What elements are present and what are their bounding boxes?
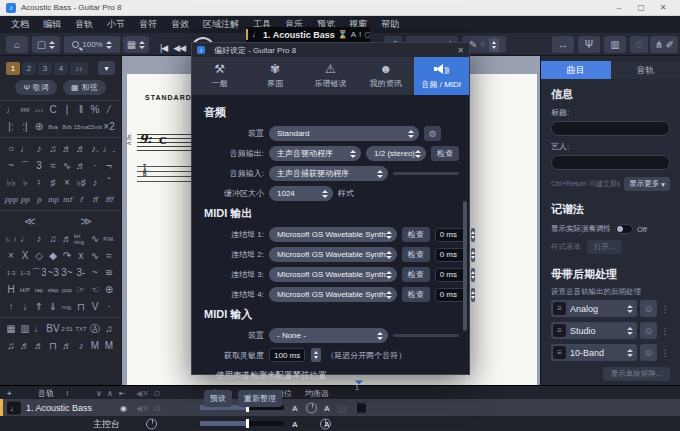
power-button[interactable]: ⊙	[640, 300, 657, 317]
palette-glyph[interactable]: mf	[60, 191, 74, 208]
menu-item[interactable]: 音符	[132, 18, 164, 31]
show-more-button[interactable]: 显示更多▾	[624, 177, 670, 191]
palette-glyph[interactable]: ♪	[88, 174, 102, 191]
dialog-tab-一般[interactable]: ⚒一般	[192, 57, 247, 95]
maximize-button[interactable]: ▢	[630, 3, 652, 12]
dialog-tab-音频 / MIDI[interactable]: )))音频 / MIDI	[414, 57, 469, 95]
more-button[interactable]: ⋮	[660, 344, 670, 361]
palette-glyph[interactable]: pop	[60, 281, 74, 298]
palette-glyph[interactable]: ♩	[18, 230, 32, 247]
palette-glyph[interactable]: M	[88, 337, 102, 354]
palette-glyph[interactable]: C	[46, 101, 60, 118]
master-knob[interactable]	[146, 419, 157, 430]
multi-voice-button[interactable]: ♪♪	[70, 62, 88, 75]
latency-input[interactable]: 0 ms	[435, 248, 465, 262]
palette-glyph[interactable]: ⇑	[32, 298, 46, 315]
palette-glyph[interactable]: ·	[102, 298, 116, 315]
dialog-tab-乐谱错误[interactable]: ⚠乐谱错误	[303, 57, 358, 95]
collapse-up-icon[interactable]: ∧	[107, 388, 113, 397]
palette-glyph[interactable]: V	[88, 298, 102, 315]
palette-glyph[interactable]: 1-3	[4, 264, 18, 281]
palette-glyph[interactable]: slap	[46, 281, 60, 298]
midi-in-level-slider[interactable]	[393, 334, 459, 337]
palette-glyph[interactable]: ♫	[4, 337, 18, 354]
string-detection-link[interactable]: 使用声道检测来配置琴弦位置	[216, 370, 459, 382]
palette-glyph[interactable]: ⊓	[46, 337, 60, 354]
palette-glyph[interactable]: ⁄	[102, 101, 116, 118]
palette-glyph[interactable]: ○	[4, 140, 18, 157]
palette-glyph[interactable]: ⌒3	[32, 264, 46, 281]
defaults-button[interactable]: 预设	[204, 390, 232, 407]
palette-glyph[interactable]: %	[88, 101, 102, 118]
tuning-icon[interactable]: A	[351, 30, 356, 39]
palette-glyph[interactable]: ≪	[4, 213, 60, 230]
palette-glyph[interactable]: ♯	[46, 174, 60, 191]
palette-glyph[interactable]: 8va	[46, 118, 60, 135]
palette-glyph[interactable]: ↷	[60, 247, 74, 264]
midi-port-select[interactable]: Microsoft GS Wavetable Synth	[269, 287, 397, 302]
palette-glyph[interactable]: ⇓	[46, 298, 60, 315]
palette-glyph[interactable]: fff	[102, 191, 116, 208]
palette-glyph[interactable]: 15ma	[74, 118, 88, 135]
palette-glyph[interactable]: pp	[18, 191, 32, 208]
palette-glyph[interactable]: X	[18, 247, 32, 264]
palette-glyph[interactable]: ·	[88, 157, 102, 174]
palette-glyph[interactable]: ¬	[102, 157, 116, 174]
display-mode-button[interactable]: ▢	[32, 36, 60, 53]
palette-glyph[interactable]: 15mb	[88, 118, 102, 135]
device-settings-button[interactable]: ⚙	[424, 126, 441, 141]
palette-glyph[interactable]: P.M.	[102, 230, 116, 247]
palette-glyph[interactable]: ♬	[32, 337, 46, 354]
more-button[interactable]: ⋮	[660, 322, 670, 339]
master-row[interactable]: 主控台 A A	[0, 416, 680, 431]
drum-pad-button[interactable]: ⊙	[630, 36, 648, 53]
palette-glyph[interactable]: ~	[4, 157, 18, 174]
palette-glyph[interactable]: ×	[60, 174, 74, 191]
title-input[interactable]	[551, 121, 670, 136]
palette-glyph[interactable]: 1~3	[18, 264, 32, 281]
palette-glyph[interactable]: ♫	[102, 320, 116, 337]
mute-icon[interactable]: ◀✕	[136, 403, 149, 412]
master-pan-automation[interactable]: A	[324, 420, 330, 429]
palette-glyph[interactable]: ⊓	[74, 298, 88, 315]
menu-item[interactable]: 小节	[100, 18, 132, 31]
palette-glyph[interactable]: ♪.	[88, 140, 102, 157]
rewind-button[interactable]: ◀◀	[173, 43, 185, 53]
check-port-button[interactable]: 检查	[402, 227, 430, 242]
palette-glyph[interactable]: tap	[32, 281, 46, 298]
palette-glyph[interactable]: ⊕	[32, 118, 46, 135]
palette-glyph[interactable]: 3	[32, 157, 46, 174]
go-to-start-icon[interactable]: ⇤	[119, 388, 126, 397]
check-port-button[interactable]: 检查	[402, 287, 430, 302]
palette-glyph[interactable]: |:	[4, 118, 18, 135]
menu-item[interactable]: 文档	[4, 18, 36, 31]
palette-glyph[interactable]: |	[60, 101, 74, 118]
palette-glyph[interactable]: ‖	[74, 101, 88, 118]
stepper-icon[interactable]	[471, 248, 475, 262]
latency-input[interactable]: 0 ms	[435, 288, 465, 302]
palette-glyph[interactable]: (♩)	[4, 230, 18, 247]
swap-view-button[interactable]: ↔	[552, 36, 574, 53]
palette-glyph[interactable]: ≋	[102, 264, 116, 281]
palette-glyph[interactable]: ♩	[4, 101, 18, 118]
power-button[interactable]: ⊙	[640, 344, 657, 361]
palette-glyph[interactable]: ~3	[46, 264, 60, 281]
palette-glyph[interactable]: ▥	[18, 320, 32, 337]
palette-glyph[interactable]: ♭♯	[74, 174, 88, 191]
palette-glyph[interactable]: Ⓐ	[88, 320, 102, 337]
palette-glyph[interactable]: ♬	[60, 230, 74, 247]
voice-1-button[interactable]: 1	[6, 62, 20, 75]
palette-glyph[interactable]: 3-	[74, 264, 88, 281]
dialog-tab-我的资讯[interactable]: ☻我的资讯	[358, 57, 413, 95]
chords-button[interactable]: ▦和弦	[63, 80, 106, 95]
palette-glyph[interactable]: ♬	[74, 140, 88, 157]
menu-item[interactable]: 帮助	[374, 18, 406, 31]
palette-glyph[interactable]: ♩.	[102, 140, 116, 157]
stepper-icon[interactable]	[471, 288, 475, 302]
menu-item[interactable]: 编辑	[36, 18, 68, 31]
palette-glyph[interactable]: ♪	[74, 337, 88, 354]
midi-in-device-select[interactable]: - None -	[269, 328, 388, 343]
virtual-keyboard-button[interactable]: ▥	[604, 36, 626, 53]
palette-glyph[interactable]: rng.	[60, 298, 74, 315]
headphones-icon[interactable]: Ω	[154, 403, 160, 412]
